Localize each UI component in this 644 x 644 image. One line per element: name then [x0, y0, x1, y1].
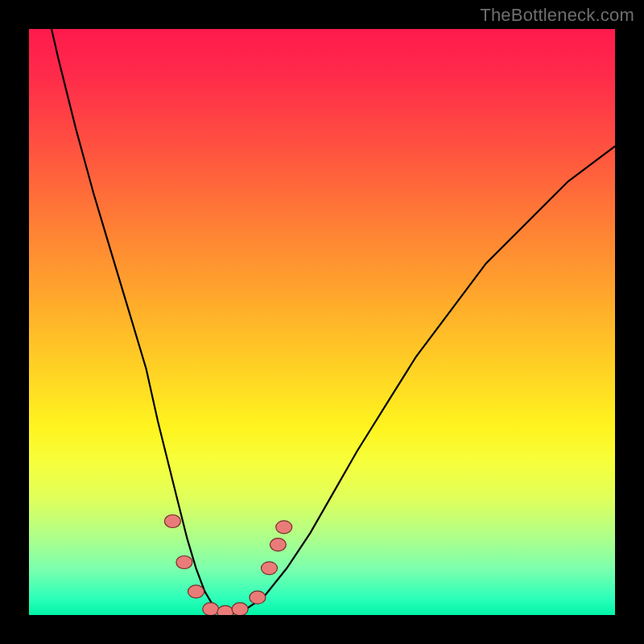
- data-marker: [203, 603, 219, 615]
- data-marker: [262, 562, 278, 575]
- bottleneck-curve: [29, 29, 615, 615]
- data-marker: [232, 603, 248, 615]
- data-marker: [270, 539, 286, 551]
- data-marker: [176, 556, 192, 569]
- plot-area: [29, 29, 615, 615]
- data-marker: [217, 605, 233, 615]
- data-marker: [250, 591, 266, 604]
- data-marker: [188, 585, 204, 598]
- data-marker: [164, 515, 180, 528]
- data-marker: [276, 521, 292, 534]
- chart-frame: TheBottleneck.com: [0, 0, 644, 644]
- watermark-text: TheBottleneck.com: [480, 5, 634, 26]
